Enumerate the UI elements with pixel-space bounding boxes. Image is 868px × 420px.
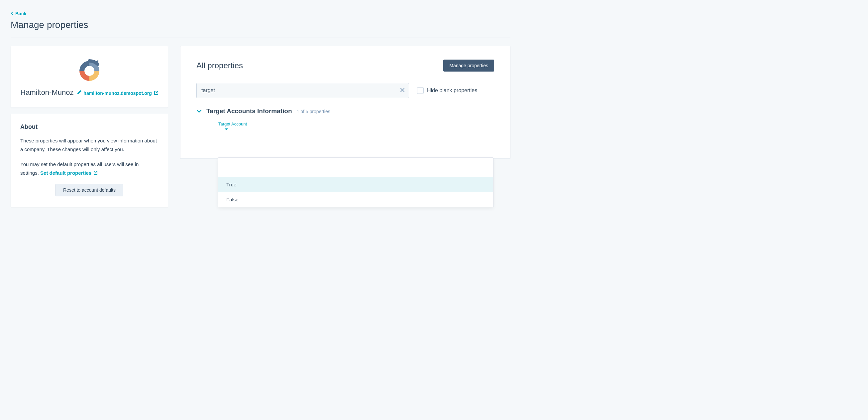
group-title: Target Accounts Information — [206, 108, 292, 115]
dropdown-option-true[interactable]: True — [218, 177, 493, 192]
external-link-icon[interactable] — [154, 90, 158, 96]
caret-down-icon[interactable] — [224, 127, 228, 132]
all-properties-card: All properties Manage properties Hide bl… — [180, 46, 510, 159]
back-label: Back — [15, 11, 26, 16]
set-default-properties-link[interactable]: Set default properties — [40, 169, 98, 177]
search-input[interactable] — [196, 83, 409, 98]
about-card: About These properties will appear when … — [11, 114, 168, 207]
reset-to-defaults-button[interactable]: Reset to account defaults — [56, 184, 123, 196]
checkbox-box — [417, 87, 424, 94]
property-dropdown: True False — [218, 158, 494, 207]
dropdown-option-false[interactable]: False — [218, 192, 493, 207]
divider — [11, 37, 510, 38]
company-card: Hamilton-Munoz hamilton-munoz.demospot.o… — [11, 46, 168, 108]
external-link-icon — [93, 171, 98, 175]
about-heading: About — [20, 123, 158, 131]
back-link[interactable]: Back — [11, 11, 26, 16]
company-logo — [19, 58, 160, 84]
dropdown-search-area[interactable] — [218, 158, 493, 177]
all-properties-heading: All properties — [196, 61, 243, 70]
about-text-1: These properties will appear when you vi… — [20, 136, 158, 153]
about-text-2: You may set the default properties all u… — [20, 160, 158, 177]
property-label[interactable]: Target Account — [218, 121, 494, 127]
clear-search-icon[interactable] — [400, 87, 405, 94]
pencil-icon[interactable] — [77, 89, 82, 96]
company-url[interactable]: hamilton-munoz.demospot.org — [84, 90, 152, 96]
chevron-left-icon — [11, 11, 13, 16]
company-name: Hamilton-Munoz — [20, 88, 73, 97]
group-count: 1 of 5 properties — [297, 109, 330, 114]
hide-blank-label: Hide blank properties — [427, 87, 477, 93]
page-title: Manage properties — [11, 20, 510, 30]
manage-properties-button[interactable]: Manage properties — [443, 60, 494, 72]
chevron-down-icon — [196, 109, 202, 114]
hide-blank-checkbox[interactable]: Hide blank properties — [417, 87, 477, 94]
property-group-header[interactable]: Target Accounts Information 1 of 5 prope… — [196, 108, 494, 115]
